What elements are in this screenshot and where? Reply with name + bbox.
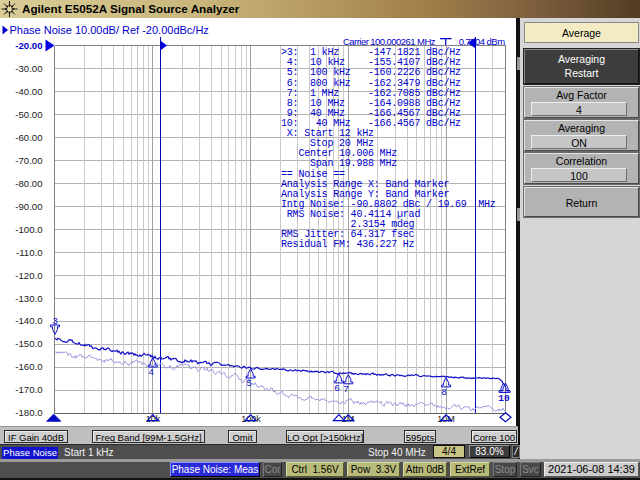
svg-text:-70.00: -70.00 xyxy=(15,155,42,166)
svg-text:-50.00: -50.00 xyxy=(15,109,42,120)
svg-text:-40.00: -40.00 xyxy=(15,86,42,97)
svg-text:-160.0: -160.0 xyxy=(15,361,42,372)
svg-text:0.7504 dBm: 0.7504 dBm xyxy=(459,36,505,47)
svg-text:-150.0: -150.0 xyxy=(15,338,42,349)
svg-text:-100.0: -100.0 xyxy=(15,224,42,235)
svg-text:Residual FM: 436.227 Hz: Residual FM: 436.227 Hz xyxy=(281,239,415,250)
svg-text:3: 3 xyxy=(52,316,58,327)
svg-text:-130.0: -130.0 xyxy=(15,293,42,304)
svg-text:5: 5 xyxy=(246,378,252,389)
svg-text:-80.00: -80.00 xyxy=(15,178,42,189)
svg-text:4: 4 xyxy=(148,367,154,378)
svg-text:-110.0: -110.0 xyxy=(16,247,43,258)
svg-text:8: 8 xyxy=(441,387,447,398)
svg-text:6: 6 xyxy=(334,383,340,394)
svg-text:-20.00: -20.00 xyxy=(15,40,42,51)
svg-text:Phase Noise 10.00dB/ Ref -20.0: Phase Noise 10.00dB/ Ref -20.00dBc/Hz xyxy=(10,24,209,36)
svg-text:-140.0: -140.0 xyxy=(15,315,42,326)
svg-text:10: 10 xyxy=(498,393,510,404)
svg-text:-30.00: -30.00 xyxy=(15,63,42,74)
svg-text:-180.0: -180.0 xyxy=(15,407,42,418)
svg-text:-60.00: -60.00 xyxy=(15,132,42,143)
svg-text:-90.00: -90.00 xyxy=(15,201,42,212)
svg-text:7: 7 xyxy=(343,384,349,395)
svg-text:Carrier 100.000261 MHz: Carrier 100.000261 MHz xyxy=(343,36,436,47)
svg-text:-120.0: -120.0 xyxy=(15,270,42,281)
svg-text:-170.0: -170.0 xyxy=(15,384,42,395)
